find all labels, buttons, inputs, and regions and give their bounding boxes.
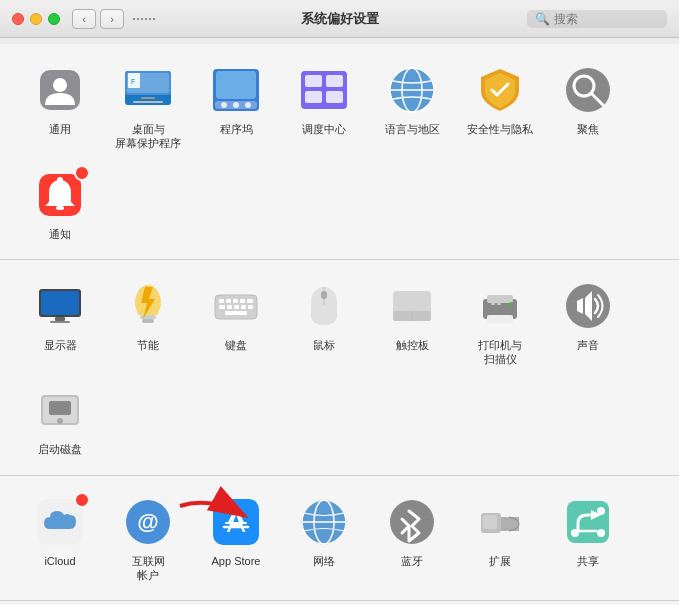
main-content: 通用 F 桌面与 屏幕保护程序 [0,38,679,605]
trackpad-label: 触控板 [396,338,429,352]
grid-view-button[interactable]: ⋯⋯ [132,9,156,29]
mission-icon [299,65,349,115]
svg-rect-57 [497,303,501,305]
dock-label: 程序坞 [220,122,253,136]
pref-network[interactable]: 网络 [280,486,368,591]
spotlight-label: 聚焦 [577,122,599,136]
traffic-lights [12,13,60,25]
appstore-icon: A [211,497,261,547]
svg-rect-64 [49,401,71,415]
svg-point-1 [53,78,67,92]
mouse-label: 鼠标 [313,338,335,352]
appstore-label: App Store [212,554,261,568]
search-box[interactable]: 🔍 [527,10,667,28]
general-icon [35,65,85,115]
svg-point-13 [233,102,239,108]
pref-sound[interactable]: 声音 [544,270,632,375]
dock-icon [211,65,261,115]
general-label: 通用 [49,122,71,136]
pref-extensions[interactable]: 扩展 [456,486,544,591]
internet-label: 互联网 帐户 [132,554,165,583]
svg-rect-8 [133,101,163,103]
svg-rect-82 [567,501,609,543]
svg-rect-39 [226,299,231,303]
svg-rect-19 [326,91,343,103]
pref-displays[interactable]: 显示器 [16,270,104,375]
pref-trackpad[interactable]: 触控板 [368,270,456,375]
nav-buttons: ‹ › [72,9,124,29]
sharing-label: 共享 [577,554,599,568]
zoom-button[interactable] [48,13,60,25]
trackpad-icon [387,281,437,331]
close-button[interactable] [12,13,24,25]
svg-rect-47 [248,305,253,309]
bluetooth-label: 蓝牙 [401,554,423,568]
pref-energy[interactable]: 节能 [104,270,192,375]
keyboard-icon [211,281,261,331]
pref-desktop[interactable]: F 桌面与 屏幕保护程序 [104,54,192,159]
notifications-label: 通知 [49,227,71,241]
minimize-button[interactable] [30,13,42,25]
section-personal: 通用 F 桌面与 屏幕保护程序 [0,44,679,260]
pref-spotlight[interactable]: 聚焦 [544,54,632,159]
pref-keyboard[interactable]: 键盘 [192,270,280,375]
sharing-icon [563,497,613,547]
section-internet: iCloud @ 互联网 帐户 A [0,476,679,602]
svg-rect-28 [56,206,64,210]
energy-icon [123,281,173,331]
forward-button[interactable]: › [100,9,124,29]
svg-text:@: @ [137,509,158,534]
svg-rect-34 [140,315,156,319]
network-label: 网络 [313,554,335,568]
svg-rect-41 [240,299,245,303]
pref-appstore[interactable]: A App Store [192,486,280,591]
svg-rect-35 [142,319,154,323]
titlebar: ‹ › ⋯⋯ 系统偏好设置 🔍 [0,0,679,38]
pref-mission[interactable]: 调度中心 [280,54,368,159]
security-label: 安全性与隐私 [467,122,533,136]
pref-startup[interactable]: 启动磁盘 [16,374,104,464]
printers-label: 打印机与 扫描仪 [478,338,522,367]
mouse-icon [299,281,349,331]
pref-icloud[interactable]: iCloud [16,486,104,591]
search-icon: 🔍 [535,12,550,26]
pref-notifications[interactable]: 通知 [16,159,104,249]
svg-rect-40 [233,299,238,303]
pref-dock[interactable]: 程序坞 [192,54,280,159]
displays-label: 显示器 [44,338,77,352]
svg-rect-42 [247,299,253,303]
svg-point-84 [571,529,579,537]
security-icon [475,65,525,115]
svg-rect-16 [305,75,322,87]
sound-label: 声音 [577,338,599,352]
pref-sharing[interactable]: 共享 [544,486,632,591]
startup-icon [35,385,85,435]
svg-point-86 [597,529,605,537]
svg-point-29 [57,177,63,183]
desktop-icon: F [123,65,173,115]
svg-rect-44 [227,305,232,309]
search-input[interactable] [554,12,659,26]
pref-general[interactable]: 通用 [16,54,104,159]
svg-rect-48 [225,311,247,315]
sound-icon [563,281,613,331]
pref-mouse[interactable]: 鼠标 [280,270,368,375]
notifications-badge [74,165,90,181]
spotlight-icon [563,65,613,115]
svg-rect-7 [141,97,155,99]
svg-rect-18 [305,91,322,103]
printers-icon [475,281,525,331]
svg-rect-49 [321,291,327,299]
svg-point-85 [597,507,605,515]
back-button[interactable]: ‹ [72,9,96,29]
svg-rect-31 [41,291,79,315]
svg-rect-17 [326,75,343,87]
pref-security[interactable]: 安全性与隐私 [456,54,544,159]
svg-rect-55 [487,315,513,323]
pref-bluetooth[interactable]: 蓝牙 [368,486,456,591]
pref-language[interactable]: 语言与地区 [368,54,456,159]
pref-internet[interactable]: @ 互联网 帐户 [104,486,192,591]
svg-rect-32 [55,317,65,321]
svg-rect-38 [219,299,224,303]
pref-printers[interactable]: 打印机与 扫描仪 [456,270,544,375]
